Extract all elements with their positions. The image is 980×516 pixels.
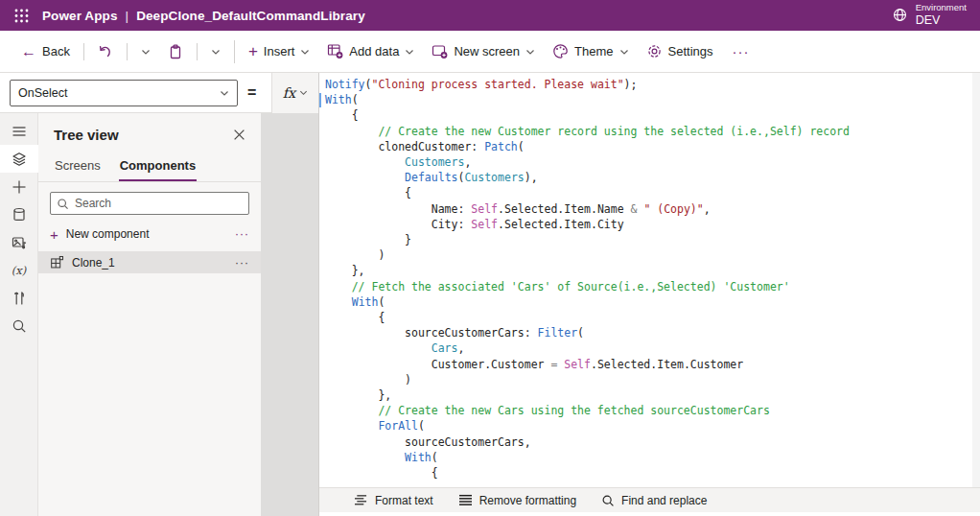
rail-variables-button[interactable]: (x) xyxy=(0,256,38,284)
power-apps-studio: Power Apps | DeepClone_DefaultCommandLib… xyxy=(0,0,980,516)
property-bar: OnSelect = fx xyxy=(0,73,318,113)
new-screen-icon xyxy=(432,43,448,59)
remove-formatting-button[interactable]: Remove formatting xyxy=(458,494,576,507)
tab-components[interactable]: Components xyxy=(119,154,197,181)
add-data-label: Add data xyxy=(349,44,399,59)
waffle-menu-icon[interactable] xyxy=(0,0,42,31)
brand-name: Power Apps xyxy=(42,9,118,23)
code-line: // Create the new Cars using the fetched… xyxy=(325,403,980,418)
variables-icon: (x) xyxy=(12,264,26,277)
code-line: Notify("Cloning process started. Please … xyxy=(325,77,980,92)
format-text-label: Format text xyxy=(375,494,433,507)
formula-code-editor[interactable]: Notify("Cloning process started. Please … xyxy=(319,73,980,487)
divider xyxy=(127,43,128,60)
code-line: With( xyxy=(325,294,980,310)
tab-screens[interactable]: Screens xyxy=(54,154,102,181)
back-arrow-icon: ← xyxy=(21,44,36,59)
title-bar: Power Apps | DeepClone_DefaultCommandLib… xyxy=(0,0,980,31)
tree-view-tabs: Screens Components xyxy=(38,152,261,182)
code-line: sourceCustomerCars: Filter( xyxy=(325,325,980,340)
property-selected-value: OnSelect xyxy=(18,86,67,100)
left-column: OnSelect = fx xyxy=(0,73,318,516)
panel-title: Tree view xyxy=(54,127,119,143)
canvas-background xyxy=(261,113,318,516)
rail-insert-button[interactable] xyxy=(0,173,38,200)
search-icon xyxy=(12,318,27,334)
theme-button[interactable]: Theme xyxy=(545,37,636,65)
code-line: With( xyxy=(325,92,980,107)
settings-label: Settings xyxy=(668,44,713,59)
tree-item-more-button[interactable]: ··· xyxy=(235,256,249,270)
toolbar-overflow-button[interactable]: ··· xyxy=(723,43,759,59)
find-and-replace-button[interactable]: Find and replace xyxy=(601,494,707,507)
plus-icon: + xyxy=(50,227,58,242)
chevron-down-icon xyxy=(141,47,151,57)
rail-data-button[interactable] xyxy=(0,200,38,228)
new-component-label: New component xyxy=(66,227,150,241)
back-button[interactable]: ← Back xyxy=(13,38,78,65)
new-component-button[interactable]: + New component ··· xyxy=(38,223,261,246)
rail-tree-view-button[interactable] xyxy=(0,145,38,173)
code-line: Cars, xyxy=(325,340,980,356)
workspace: OnSelect = fx xyxy=(0,73,980,516)
rail-advanced-tools-button[interactable] xyxy=(0,284,38,312)
tree-item-clone-1[interactable]: Clone_1 ··· xyxy=(38,251,261,273)
settings-button[interactable]: Settings xyxy=(639,37,721,65)
new-component-more-button[interactable]: ··· xyxy=(235,227,249,241)
property-dropdown[interactable]: OnSelect xyxy=(10,80,238,106)
environment-switcher[interactable]: Environment DEV xyxy=(892,3,980,27)
undo-icon xyxy=(98,44,113,59)
undo-menu-chevron[interactable] xyxy=(133,41,158,62)
rail-menu-button[interactable] xyxy=(0,117,38,145)
code-line: With( xyxy=(325,450,980,465)
new-screen-label: New screen xyxy=(454,44,520,59)
divider xyxy=(234,40,235,63)
undo-button[interactable] xyxy=(90,38,121,65)
search-input[interactable] xyxy=(75,197,243,210)
code-line: ) xyxy=(325,372,980,387)
component-icon xyxy=(50,255,64,270)
remove-formatting-icon xyxy=(458,494,473,506)
code-line: Name: Self.Selected.Item.Name & " (Copy)… xyxy=(325,201,980,217)
code-line: ) xyxy=(325,247,980,263)
insert-button[interactable]: + Insert xyxy=(241,37,317,65)
format-text-icon xyxy=(354,494,368,506)
add-data-button[interactable]: Add data xyxy=(319,37,422,65)
chevron-down-icon xyxy=(220,88,229,98)
code-line: sourceCustomerCars, xyxy=(325,434,980,450)
code-line: City: Self.Selected.Item.City xyxy=(325,217,980,232)
command-bar: ← Back xyxy=(0,31,980,73)
insert-label: Insert xyxy=(264,44,295,59)
rail-search-button[interactable] xyxy=(0,312,38,340)
hamburger-menu-icon xyxy=(12,124,27,139)
environment-name: DEV xyxy=(916,13,967,27)
close-panel-button[interactable] xyxy=(233,129,245,141)
code-line: Customer.Customer = Self.Selected.Item.C… xyxy=(325,357,980,372)
fx-dropdown[interactable]: fx xyxy=(271,73,318,113)
breadcrumb-separator: | xyxy=(126,9,129,23)
divider xyxy=(197,43,198,60)
chevron-down-icon xyxy=(211,47,221,57)
chevron-down-icon xyxy=(525,47,535,57)
format-text-button[interactable]: Format text xyxy=(354,494,433,507)
paste-button[interactable] xyxy=(160,38,191,65)
divider xyxy=(83,43,84,60)
rail-media-button[interactable] xyxy=(0,228,38,256)
editor-footer-bar: Format text Remove formatting xyxy=(319,487,980,512)
code-line: { xyxy=(325,107,980,123)
paste-menu-chevron[interactable] xyxy=(203,41,228,62)
environment-globe-icon xyxy=(892,7,908,23)
remove-formatting-label: Remove formatting xyxy=(479,494,576,507)
chevron-down-icon xyxy=(405,47,414,57)
tree-view-panel: Tree view Screens Components xyxy=(38,113,261,516)
new-screen-button[interactable]: New screen xyxy=(424,37,543,65)
editor-scrollbar[interactable] xyxy=(972,73,980,487)
equals-sign: = xyxy=(247,84,256,102)
environment-label: Environment xyxy=(916,3,967,13)
theme-label: Theme xyxy=(574,44,613,59)
chevron-down-icon xyxy=(299,88,308,97)
tree-search-box xyxy=(50,192,249,215)
code-line: // Create the new Customer record using … xyxy=(325,124,980,139)
code-line: { xyxy=(325,185,980,200)
find-and-replace-label: Find and replace xyxy=(621,494,707,507)
